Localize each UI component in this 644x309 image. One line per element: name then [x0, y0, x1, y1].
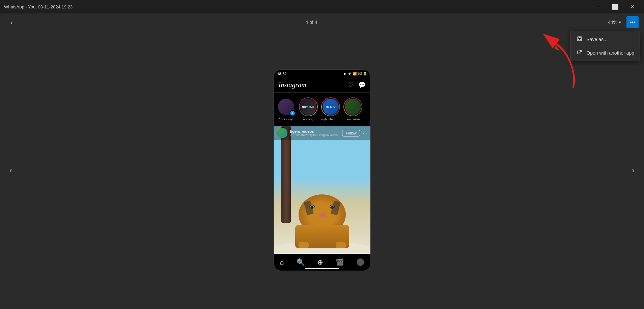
profile-icon[interactable]	[357, 258, 364, 266]
post-username: tigers_videos	[290, 129, 340, 133]
tiger-pupil-right	[331, 206, 334, 209]
stories-row: + Your story NOTHING nothing MY BHU	[274, 93, 370, 126]
post-more-icon[interactable]: ···	[363, 130, 367, 136]
next-image-button[interactable]: ›	[626, 163, 640, 177]
messenger-icon[interactable]: 💬	[358, 81, 366, 89]
post-area: tigers_videos ♫ ♫ vthamizhdigital · Orig…	[274, 126, 370, 255]
your-story-avatar-wrap: +	[277, 97, 296, 116]
window-controls: — ⬜ ✕	[591, 1, 640, 12]
phone-status-bar: 18:32 ▶ ⚡ 📶 5G 🔋	[274, 70, 370, 78]
right-arrow-icon: ›	[632, 165, 635, 175]
heart-icon[interactable]: ♡	[348, 81, 354, 89]
story-nothing[interactable]: NOTHING nothing	[299, 97, 318, 121]
phone-bottom-nav: ⌂ 🔍 ⊕ 🎬	[274, 254, 370, 271]
nothing-avatar-inner: NOTHING	[300, 98, 317, 116]
instagram-logo: Instagram	[279, 81, 306, 89]
tiger-pupil-left	[311, 206, 313, 209]
story-your-story[interactable]: + Your story	[277, 97, 296, 121]
search-icon[interactable]: 🔍	[297, 258, 305, 266]
add-story-icon: +	[289, 110, 296, 116]
zoom-chevron-icon: ▾	[619, 20, 621, 25]
nothing-avatar-wrap: NOTHING	[299, 97, 318, 116]
title-bar: WhatsApp - You, 08-11-2024 19:23 — ⬜ ✕	[0, 0, 644, 13]
rami-label: rami_astro	[345, 118, 360, 121]
close-button[interactable]: ✕	[624, 1, 640, 12]
story-mybhubaneswar[interactable]: MY BHU mybhubaneswar	[321, 97, 340, 121]
rami-avatar-wrap	[343, 97, 362, 116]
mybhu-avatar-inner: MY BHU	[322, 98, 339, 116]
reels-icon[interactable]: 🎬	[336, 258, 344, 266]
nothing-label: nothing	[303, 118, 313, 121]
zoom-control[interactable]: 44% ▾	[605, 18, 624, 26]
open-with-icon	[576, 50, 583, 56]
mybhu-label: mybhubaneswar	[321, 118, 340, 121]
tree-trunk	[281, 126, 291, 223]
open-with-label: Open with another app	[586, 50, 634, 56]
svg-rect-3	[579, 39, 580, 40]
maximize-button[interactable]: ⬜	[608, 1, 623, 12]
phone-status-icons: ▶ ⚡ 📶 5G 🔋	[344, 72, 367, 75]
svg-rect-1	[579, 37, 581, 38]
rami-avatar-inner	[344, 98, 362, 116]
your-story-label: Your story	[279, 118, 292, 121]
post-avatar-img	[277, 128, 287, 138]
back-button[interactable]: ‹	[5, 16, 18, 28]
instagram-header-icons: ♡ 💬	[348, 81, 366, 89]
page-count: 4 of 4	[305, 20, 317, 25]
toolbar-right: 44% ▾ •••	[605, 16, 639, 28]
post-user-info: tigers_videos ♫ ♫ vthamizhdigital · Orig…	[290, 129, 340, 137]
post-avatar	[277, 128, 287, 138]
dropdown-menu: Save as... Open with another app	[570, 31, 640, 61]
home-icon[interactable]: ⌂	[280, 258, 284, 266]
story-rami-astro[interactable]: rami_astro	[343, 97, 362, 121]
toolbar: ‹ 4 of 4 44% ▾ •••	[0, 13, 644, 31]
tiger-eye-left	[309, 205, 315, 209]
tiger-paw-right	[336, 242, 346, 248]
main-content: ‹ 18:32 ▶ ⚡ 📶 5G 🔋 Instagram ♡ 💬	[0, 31, 644, 309]
window-title: WhatsApp - You, 08-11-2024 19:23	[4, 4, 73, 9]
phone-time: 18:32	[277, 72, 287, 76]
save-as-menu-item[interactable]: Save as...	[571, 33, 640, 46]
phone-mockup: 18:32 ▶ ⚡ 📶 5G 🔋 Instagram ♡ 💬 + Your	[273, 69, 371, 271]
post-header: tigers_videos ♫ ♫ vthamizhdigital · Orig…	[274, 126, 370, 140]
more-options-button[interactable]: •••	[626, 16, 639, 28]
home-indicator	[305, 268, 339, 269]
tiger-image	[274, 126, 370, 255]
audio-label: ♫ vthamizhdigital · Original audio	[293, 133, 338, 137]
save-as-icon	[576, 36, 583, 43]
post-audio: ♫ ♫ vthamizhdigital · Original audio	[290, 133, 340, 137]
follow-button[interactable]: Follow	[342, 130, 360, 136]
rami-avatar-img	[345, 99, 361, 115]
tiger-nose	[319, 213, 325, 217]
left-arrow-icon: ‹	[9, 165, 12, 175]
page-indicator: 4 of 4	[22, 20, 601, 25]
minimize-button[interactable]: —	[591, 1, 606, 12]
add-post-icon[interactable]: ⊕	[317, 258, 323, 266]
tiger-paw-left	[299, 242, 309, 248]
tiger-body-lower	[295, 225, 349, 248]
nothing-avatar-img: NOTHING	[300, 99, 316, 115]
tiger-body	[292, 174, 353, 248]
open-with-menu-item[interactable]: Open with another app	[571, 46, 640, 60]
zoom-value: 44%	[608, 20, 617, 25]
prev-image-button[interactable]: ‹	[4, 163, 18, 177]
more-icon: •••	[630, 20, 635, 25]
save-as-label: Save as...	[586, 37, 607, 42]
mybhu-avatar-img: MY BHU	[323, 99, 339, 115]
music-icon: ♫	[290, 133, 292, 137]
mybhu-avatar-wrap: MY BHU	[321, 97, 340, 116]
tiger-eye-right	[330, 205, 335, 209]
instagram-header: Instagram ♡ 💬	[274, 78, 370, 93]
back-icon: ‹	[10, 19, 13, 26]
